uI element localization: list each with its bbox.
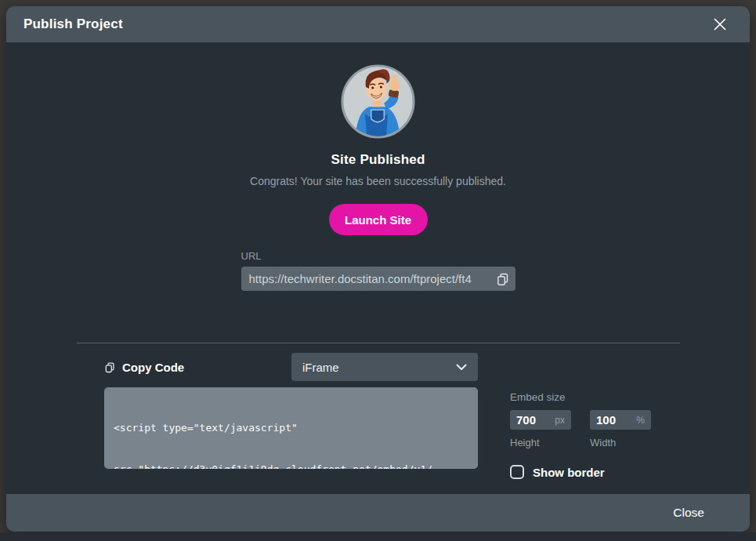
x-glyph (712, 16, 728, 32)
launch-site-button[interactable]: Launch Site (329, 204, 428, 235)
copy-url-icon[interactable] (496, 272, 509, 286)
copy-icon (104, 361, 115, 373)
show-border-checkbox[interactable] (510, 465, 524, 479)
modal-body: Site Published Congrats! Your site has b… (6, 42, 750, 494)
hero-title: Site Published (6, 152, 750, 168)
modal-header: Publish Project (6, 6, 750, 42)
publish-project-modal: Publish Project (6, 6, 750, 532)
code-line: src="https://d3v0iqf1i1i9dg.cloudfront.n… (114, 463, 468, 469)
height-input-box[interactable]: px (510, 410, 571, 430)
show-border-label: Show border (533, 466, 605, 479)
embed-main-row: <script type="text/javascript" src="http… (6, 387, 750, 479)
width-field: % Width (590, 410, 651, 448)
width-label: Width (590, 437, 651, 448)
width-input[interactable] (596, 413, 629, 427)
width-input-box[interactable]: % (590, 410, 651, 430)
url-input[interactable] (249, 272, 493, 285)
embed-size-section: Embed size px Height % W (510, 387, 682, 479)
embed-size-inputs: px Height % Width (510, 410, 682, 448)
embed-options-row: Copy Code iFrame (6, 353, 750, 381)
hero-subtitle: Congrats! Your site has been successfull… (6, 175, 750, 187)
code-line: <script type="text/javascript" (114, 421, 468, 435)
modal-title: Publish Project (24, 16, 123, 32)
superhero-mascot-illustration (340, 64, 416, 140)
url-label: URL (241, 250, 515, 262)
chevron-down-icon (456, 364, 467, 371)
close-icon[interactable] (709, 13, 731, 35)
embed-size-label: Embed size (510, 391, 682, 403)
modal-footer: Close (6, 494, 750, 532)
show-border-row: Show border (510, 465, 682, 479)
embed-format-select[interactable]: iFrame (291, 353, 478, 381)
url-section: URL (241, 250, 515, 291)
width-unit: % (636, 415, 645, 426)
copy-code-label: Copy Code (122, 361, 184, 374)
height-unit: px (555, 415, 565, 426)
height-label: Height (510, 437, 571, 448)
height-field: px Height (510, 410, 571, 448)
embed-code-block[interactable]: <script type="text/javascript" src="http… (104, 387, 478, 469)
section-divider (77, 343, 680, 343)
url-field[interactable] (241, 267, 515, 291)
hero-section: Site Published Congrats! Your site has b… (6, 64, 750, 291)
close-button[interactable]: Close (665, 501, 712, 525)
copy-code-button[interactable]: Copy Code (104, 361, 291, 374)
mascot-avatar (340, 64, 416, 140)
copy-glyph (496, 272, 509, 286)
height-input[interactable] (516, 413, 549, 427)
background-strip (0, 532, 756, 541)
selected-format: iFrame (302, 361, 339, 374)
